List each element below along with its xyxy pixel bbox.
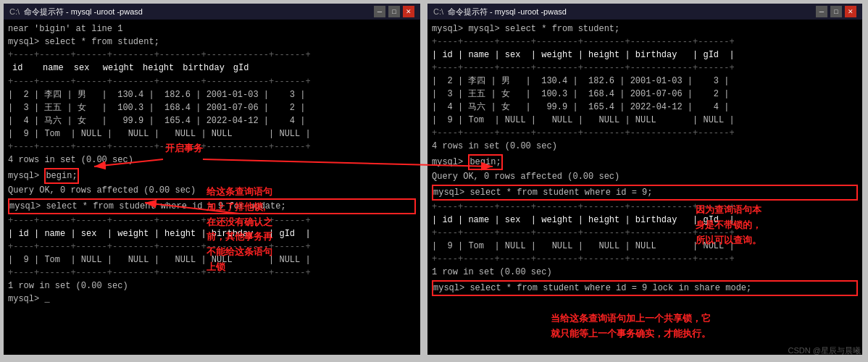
titlebar-title-2: 命令提示符 - mysql -uroot -pwasd	[448, 7, 567, 17]
row1-w1: | 2 | 李四 | 男 | 130.4 | 182.6 | 2001-01-0…	[8, 88, 416, 101]
select-lock-text: mysql> select * from student where id = …	[9, 201, 286, 211]
close-btn-2[interactable]: ✕	[845, 6, 856, 17]
table2-header-w1: | id | name | sex | weight | height | bi…	[8, 227, 416, 240]
col-gid: gId	[229, 62, 258, 75]
titlebar-icon-2: C:\	[433, 7, 443, 16]
window1: C:\ 命令提示符 - mysql -uroot -pwasd ─ □ ✕ ne…	[4, 4, 420, 355]
divider-t2-1: +----+------+------+--------+--------+--…	[8, 214, 416, 227]
table1-w1: id name sex weight height birthday gId	[8, 62, 258, 75]
row1-w2: | 2 | 李四 | 男 | 130.4 | 182.6 | 2001-01-0…	[432, 75, 858, 88]
divider-b1-1: +----+------+------+--------+--------+--…	[8, 140, 416, 153]
divider-b1-2: +----+------+------+--------+--------+--…	[432, 127, 858, 140]
table2-header-w2: | id | name | sex | weight | height | bi…	[432, 214, 858, 227]
maximize-btn-1[interactable]: □	[388, 6, 400, 17]
begin-result-w1: Query OK, 0 rows affected (0.00 sec)	[8, 184, 416, 197]
titlebar-controls-1[interactable]: ─ □ ✕	[374, 6, 414, 17]
minimize-btn-1[interactable]: ─	[374, 6, 385, 17]
select-cmd-text-w2: mysql> select * from student where id = …	[433, 188, 652, 198]
maximize-btn-2[interactable]: □	[830, 6, 842, 17]
csdn-watermark: CSDN @星辰与晨曦	[788, 345, 861, 356]
titlebar-icon-1: C:\	[9, 7, 20, 16]
close-btn-1[interactable]: ✕	[403, 6, 414, 17]
table2-row-w2: | 9 | Tom | NULL | NULL | NULL | NULL | …	[432, 240, 858, 253]
row4-w2: | 9 | Tom | NULL | NULL | NULL | NULL | …	[432, 114, 858, 127]
titlebar-left-2: C:\ 命令提示符 - mysql -uroot -pwasd	[433, 7, 567, 17]
select-section-w2: mysql> select * from student where id = …	[432, 185, 858, 201]
rows-msg2-w2: 1 row in set (0.00 sec)	[432, 266, 858, 279]
table-row: id name sex weight height birthday gId	[8, 62, 258, 75]
titlebar-1: C:\ 命令提示符 - mysql -uroot -pwasd ─ □ ✕	[4, 4, 420, 20]
select-cmd-1: mysql> select * from student;	[8, 35, 416, 49]
begin-cmd-w2: begin;	[468, 154, 502, 170]
window2: C:\ 命令提示符 - mysql -uroot -pwasd ─ □ ✕ my…	[427, 4, 862, 355]
divider-m1-2: +----+------+------+--------+--------+--…	[432, 62, 858, 75]
table2-row-w1: | 9 | Tom | NULL | NULL | NULL | NULL | …	[8, 253, 416, 266]
begin-result-w2: Query OK, 0 rows affected (0.00 sec)	[432, 170, 858, 183]
rows-msg2-w1: 1 row in set (0.00 sec)	[8, 279, 416, 292]
select-share-text: mysql> select * from student where id = …	[433, 283, 751, 293]
select-lock-cmd: mysql> select * from student where id = …	[8, 198, 416, 214]
prompt-end-w1: mysql> _	[8, 292, 416, 306]
row2-w1: | 3 | 王五 | 女 | 100.3 | 168.4 | 2001-07-0…	[8, 101, 416, 114]
row3-w2: | 4 | 马六 | 女 | 99.9 | 165.4 | 2022-04-12…	[432, 101, 858, 114]
titlebar-2: C:\ 命令提示符 - mysql -uroot -pwasd ─ □ ✕	[427, 4, 862, 20]
divider-b2-1: +----+------+------+--------+--------+--…	[8, 266, 416, 279]
begin-section-w1: mysql> begin;	[8, 168, 416, 184]
select-share-section: mysql> select * from student where id = …	[432, 280, 858, 296]
window2-content: mysql> mysql> select * from student; +--…	[427, 20, 862, 355]
col-birthday: birthday	[178, 62, 229, 75]
begin-cmd-w1: begin;	[44, 168, 78, 184]
divider-m1-1: +----+------+------+--------+--------+--…	[8, 75, 416, 88]
titlebar-controls-2[interactable]: ─ □ ✕	[816, 6, 856, 17]
error-line: near 'bigin' at line 1	[8, 22, 416, 35]
begin-section-w2: mysql> begin;	[432, 154, 858, 170]
col-sex: sex	[70, 62, 99, 75]
prompt-w2: mysql>	[432, 157, 468, 167]
select-share-box: mysql> select * from student where id = …	[432, 280, 858, 296]
table1-header-w2: | id | name | sex | weight | height | bi…	[432, 49, 858, 62]
window1-content: near 'bigin' at line 1 mysql> select * f…	[4, 20, 420, 355]
col-height: height	[138, 62, 178, 75]
divider-b2-2: +----+------+------+--------+--------+--…	[432, 253, 858, 266]
rows-msg1-w1: 4 rows in set (0.00 sec)	[8, 153, 416, 167]
divider-t1-1: +----+------+------+--------+--------+--…	[8, 49, 416, 62]
row4-w1: | 9 | Tom | NULL | NULL | NULL | NULL | …	[8, 127, 416, 140]
divider-m2-2: +----+------+------+--------+--------+--…	[432, 227, 858, 240]
row3-w1: | 4 | 马六 | 女 | 99.9 | 165.4 | 2022-04-12…	[8, 114, 416, 127]
rows-msg1-w2: 4 rows in set (0.00 sec)	[432, 140, 858, 153]
col-id: id	[8, 62, 37, 75]
col-name: name	[37, 62, 70, 75]
prompt-begin-w1: mysql>	[8, 171, 44, 181]
select-cmd-box-w2: mysql> select * from student where id = …	[432, 185, 858, 201]
minimize-btn-2[interactable]: ─	[816, 6, 827, 17]
titlebar-left-1: C:\ 命令提示符 - mysql -uroot -pwasd	[9, 7, 143, 17]
col-weight: weight	[99, 62, 138, 75]
select-lock-section: mysql> select * from student where id = …	[8, 198, 416, 214]
titlebar-title-1: 命令提示符 - mysql -uroot -pwasd	[24, 7, 143, 17]
divider-t2-2: +----+------+------+--------+--------+--…	[432, 201, 858, 214]
select-cmd-w2: mysql> mysql> select * from student;	[432, 22, 858, 35]
divider-t1-2: +----+------+------+--------+--------+--…	[432, 35, 858, 49]
row2-w2: | 3 | 王五 | 女 | 100.3 | 168.4 | 2001-07-0…	[432, 88, 858, 101]
divider-m2-1: +----+------+------+--------+--------+--…	[8, 240, 416, 253]
